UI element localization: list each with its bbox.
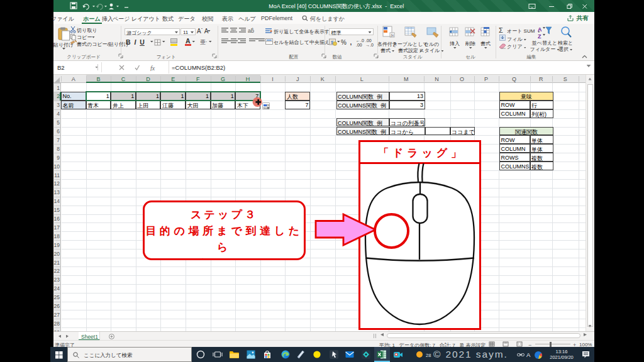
svg-text:Z: Z bbox=[538, 33, 541, 40]
svg-text:fx: fx bbox=[391, 33, 394, 37]
svg-text:fx: fx bbox=[150, 65, 155, 71]
svg-text:A: A bbox=[538, 26, 542, 33]
